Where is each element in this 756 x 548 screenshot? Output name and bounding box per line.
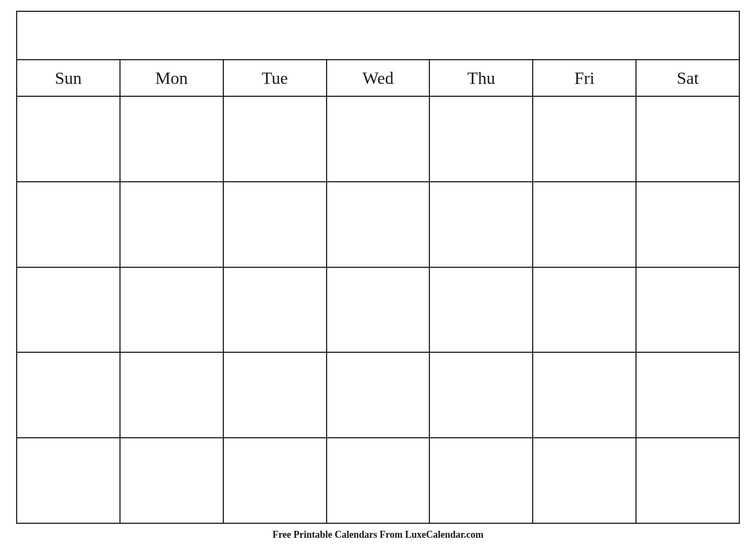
week1-sun[interactable]: [17, 97, 121, 181]
calendar-header-row: Sun Mon Tue Wed Thu Fri Sat: [17, 60, 739, 97]
week2-wed[interactable]: [327, 182, 430, 267]
week5-fri[interactable]: [533, 438, 637, 523]
week3-tue[interactable]: [224, 268, 327, 352]
week2-tue[interactable]: [224, 182, 327, 267]
week3-wed[interactable]: [327, 268, 430, 352]
week1-fri[interactable]: [533, 97, 637, 181]
week1-sat[interactable]: [637, 97, 739, 181]
calendar-week-3: [17, 268, 739, 353]
week3-sat[interactable]: [637, 268, 739, 352]
week1-tue[interactable]: [224, 97, 327, 181]
week4-tue[interactable]: [224, 353, 327, 437]
week5-thu[interactable]: [430, 438, 533, 523]
week4-fri[interactable]: [533, 353, 637, 437]
header-fri: Fri: [533, 60, 637, 96]
week5-mon[interactable]: [121, 438, 224, 523]
header-mon: Mon: [121, 60, 224, 96]
week1-wed[interactable]: [327, 97, 430, 181]
footer-text: Free Printable Calendars From LuxeCalend…: [272, 529, 483, 543]
week3-fri[interactable]: [533, 268, 637, 352]
week1-mon[interactable]: [121, 97, 224, 181]
week5-sun[interactable]: [17, 438, 121, 523]
calendar-week-1: [17, 97, 739, 182]
header-wed: Wed: [327, 60, 430, 96]
calendar-body: [17, 97, 739, 523]
week3-mon[interactable]: [121, 268, 224, 352]
week4-sat[interactable]: [637, 353, 739, 437]
week5-wed[interactable]: [327, 438, 430, 523]
week2-thu[interactable]: [430, 182, 533, 267]
week2-fri[interactable]: [533, 182, 637, 267]
week4-mon[interactable]: [121, 353, 224, 437]
week4-wed[interactable]: [327, 353, 430, 437]
week4-sun[interactable]: [17, 353, 121, 437]
calendar-container: Sun Mon Tue Wed Thu Fri Sat: [16, 11, 740, 524]
week5-sat[interactable]: [637, 438, 739, 523]
week2-mon[interactable]: [121, 182, 224, 267]
week4-thu[interactable]: [430, 353, 533, 437]
week3-sun[interactable]: [17, 268, 121, 352]
header-tue: Tue: [224, 60, 327, 96]
calendar-title-row: [17, 12, 739, 60]
page-wrapper: Sun Mon Tue Wed Thu Fri Sat: [0, 0, 756, 548]
week2-sat[interactable]: [637, 182, 739, 267]
calendar-week-4: [17, 353, 739, 438]
header-sat: Sat: [637, 60, 739, 96]
week5-tue[interactable]: [224, 438, 327, 523]
week1-thu[interactable]: [430, 97, 533, 181]
week2-sun[interactable]: [17, 182, 121, 267]
header-thu: Thu: [430, 60, 533, 96]
calendar-week-2: [17, 182, 739, 268]
calendar-week-5: [17, 438, 739, 523]
week3-thu[interactable]: [430, 268, 533, 352]
header-sun: Sun: [17, 60, 121, 96]
